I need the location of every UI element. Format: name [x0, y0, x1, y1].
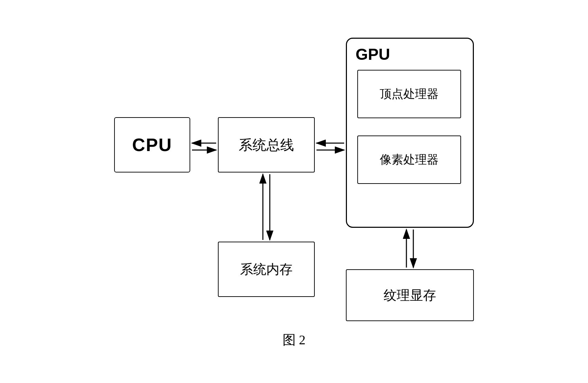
vertex-processor-label: 顶点处理器 — [380, 86, 439, 102]
figure-caption: 图 2 — [283, 331, 306, 349]
texture-memory-label: 纹理显存 — [384, 287, 436, 304]
system-memory-box: 系统内存 — [218, 242, 315, 297]
cpu-box: CPU — [114, 117, 190, 172]
pixel-processor-label: 像素处理器 — [380, 152, 439, 168]
system-bus-label: 系统总线 — [239, 136, 294, 155]
gpu-title: GPU — [356, 45, 390, 64]
system-memory-label: 系统内存 — [240, 261, 293, 278]
pixel-processor-box: 像素处理器 — [357, 136, 461, 184]
system-bus-box: 系统总线 — [218, 117, 315, 172]
vertex-processor-box: 顶点处理器 — [357, 70, 461, 118]
diagram: CPU 系统总线 系统内存 GPU 顶点处理器 像素处理器 纹理显存 图 2 — [104, 27, 484, 356]
gpu-outer-box: GPU 顶点处理器 像素处理器 — [346, 38, 474, 228]
cpu-label: CPU — [132, 134, 172, 155]
texture-memory-box: 纹理显存 — [346, 269, 474, 321]
